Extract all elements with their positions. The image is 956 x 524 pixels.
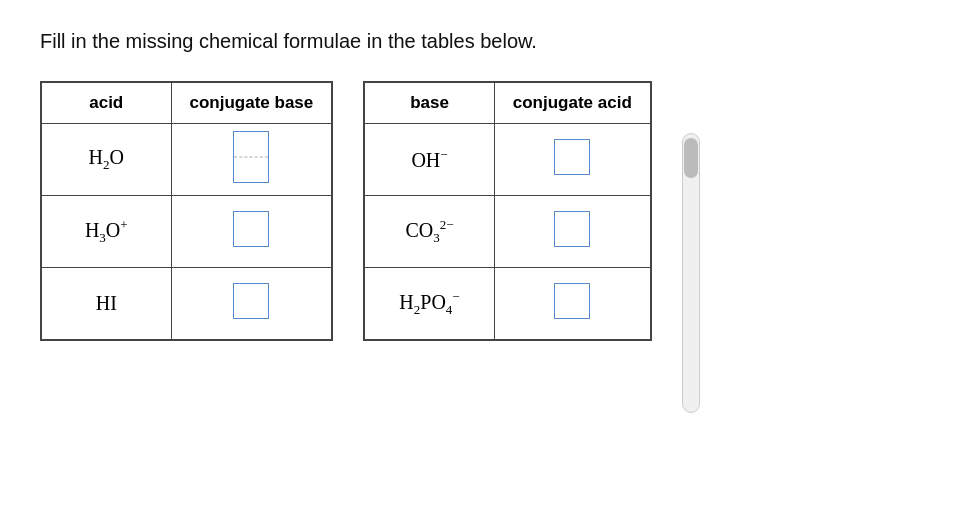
base-conjugate-acid-table: base conjugate acid OH− CO32− (363, 81, 652, 341)
table-row: H2O (41, 124, 332, 196)
table-row: CO32− (364, 196, 651, 268)
base-oh: OH− (364, 124, 494, 196)
answer-box-tall-1[interactable] (233, 131, 269, 183)
table-row: HI (41, 268, 332, 340)
answer-box-5[interactable] (554, 211, 590, 247)
base-header: base (364, 82, 494, 124)
conjugate-acid-header: conjugate acid (494, 82, 651, 124)
conjugate-acid-input-1[interactable] (494, 124, 651, 196)
acid-hi: HI (41, 268, 171, 340)
conjugate-base-input-3[interactable] (171, 268, 332, 340)
acid-h3o: H3O+ (41, 196, 171, 268)
base-h2po4: H2PO4− (364, 268, 494, 340)
answer-box-4[interactable] (554, 139, 590, 175)
instruction: Fill in the missing chemical formulae in… (40, 30, 916, 53)
acid-header: acid (41, 82, 171, 124)
base-co3: CO32− (364, 196, 494, 268)
table-row: H2PO4− (364, 268, 651, 340)
acid-conjugate-base-table: acid conjugate base H2O H3O+ (40, 81, 333, 341)
table-row: OH− (364, 124, 651, 196)
tables-container: acid conjugate base H2O H3O+ (40, 81, 916, 413)
conjugate-acid-input-2[interactable] (494, 196, 651, 268)
acid-h2o: H2O (41, 124, 171, 196)
answer-box-2[interactable] (233, 211, 269, 247)
scrollbar[interactable] (682, 133, 700, 413)
answer-box-6[interactable] (554, 283, 590, 319)
conjugate-base-header: conjugate base (171, 82, 332, 124)
conjugate-acid-input-3[interactable] (494, 268, 651, 340)
conjugate-base-input-1[interactable] (171, 124, 332, 196)
conjugate-base-input-2[interactable] (171, 196, 332, 268)
scrollbar-thumb[interactable] (684, 138, 698, 178)
answer-box-3[interactable] (233, 283, 269, 319)
table-row: H3O+ (41, 196, 332, 268)
